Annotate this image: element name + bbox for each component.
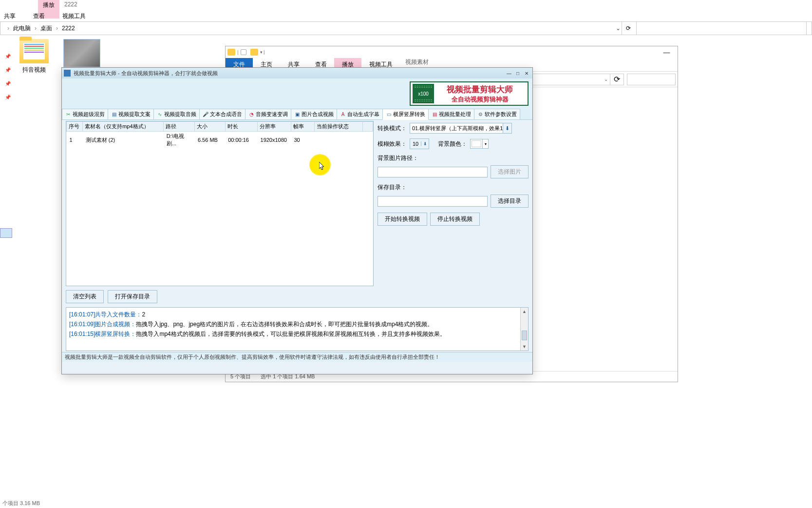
bgcolor-picker[interactable]: ▾ [470,139,489,149]
file-table[interactable]: 序号素材名（仅支持mp4格式）路径大小时长分辨率帧率当前操作状态 1测试素材 (… [66,121,374,286]
select-dir-button[interactable]: 选择目录 [491,195,529,208]
maximize-button[interactable]: □ [514,70,522,77]
bg-menu-share[interactable]: 共享 [0,11,19,21]
addressbar-dropdown-icon[interactable]: ⌄ [614,25,622,32]
tab-icon: ⚙ [477,112,483,117]
breadcrumb-pc[interactable]: 此电脑 [11,24,33,33]
open-save-dir-button[interactable]: 打开保存目录 [108,290,157,303]
folder-icon [227,49,235,56]
bg-menu-view[interactable]: 查看 [29,11,49,21]
se-search-input[interactable] [627,74,676,85]
app-banner-area: x100 视频批量剪辑大师 全自动视频剪辑神器 [62,78,532,109]
bg-status-text: 个项目 3.16 MB [2,500,40,507]
refresh-icon[interactable]: ⟳ [610,74,624,85]
tab-icon: ▤ [432,112,437,117]
log-area[interactable]: [16:01:07] 共导入文件数量：2[16:01:09] 图片合成视频：拖拽… [66,307,529,351]
bg-menu-videotools[interactable]: 视频工具 [58,11,90,21]
app-tab-9[interactable]: ⚙软件参数设置 [474,109,520,119]
tab-icon: ∿ [157,112,163,117]
table-row[interactable]: 1测试素材 (2)D:\电视剧...6.56 MB00:00:161920x10… [67,132,373,149]
bg-pins: 📌 📌 📌 📌 [5,54,10,99]
table-header[interactable]: 路径 [164,122,195,132]
app-tab-3[interactable]: 🎤文本合成语音 [199,109,245,119]
chevron-right-icon: › [5,25,11,32]
table-header[interactable]: 帧率 [291,122,314,132]
select-image-button[interactable]: 选择图片 [491,165,529,178]
scroll-down-icon[interactable]: ▼ [521,343,528,351]
mode-combobox[interactable]: 01.横屏转竖屏（上下高斯模糊，效果1） ⬇ [410,123,512,134]
banner-title: 视频批量剪辑大师 [434,84,526,95]
app-tab-0[interactable]: ✂视频超级混剪 [62,109,108,119]
tab-icon: ◔ [248,112,254,117]
table-header[interactable]: 分辨率 [258,122,291,132]
table-header[interactable]: 大小 [195,122,225,132]
chevron-right-icon: › [33,25,38,32]
app-titlebar[interactable]: 视频批量剪辑大师 - 全自动视频剪辑神器，会打字就会做视频 — □ ✕ [62,68,532,78]
table-header[interactable]: 素材名（仅支持mp4格式） [83,122,164,132]
breadcrumb-folder[interactable]: 2222 [60,25,77,32]
app-tab-2[interactable]: ∿视频提取音频 [153,109,200,119]
pin-icon[interactable]: 📌 [5,67,10,72]
app-banner: x100 视频批量剪辑大师 全自动视频剪辑神器 [410,81,529,106]
pin-icon[interactable]: 📌 [5,81,10,86]
banner-subtitle: 全自动视频剪辑神器 [434,95,526,104]
blur-spinner[interactable]: 10 ⬇ [410,138,429,149]
pin-icon[interactable]: 📌 [5,95,10,99]
spinner-arrows-icon[interactable]: ⬇ [421,141,429,146]
tab-icon: ▭ [386,112,392,117]
app-tab-5[interactable]: ▣图片合成视频 [291,109,337,119]
bgimg-path-input[interactable] [378,167,488,177]
minimize-button[interactable]: — [656,46,678,58]
se-titlebar: | ▾ | — [226,46,678,58]
app-tabstrip: ✂视频超级混剪▤视频提取文案∿视频提取音频🎤文本合成语音◔音频变速变调▣图片合成… [62,109,532,120]
table-cell: D:\电视剧... [164,132,195,149]
close-button[interactable]: ✕ [523,70,530,77]
scrollbar[interactable]: ▲ ▼ [520,308,528,351]
app-tab-8[interactable]: ▤视频批量处理 [428,109,474,119]
scroll-up-icon[interactable]: ▲ [521,308,528,315]
bg-search-input[interactable] [636,21,807,35]
breadcrumb-desktop[interactable]: 桌面 [38,24,54,33]
minimize-button[interactable]: — [505,70,513,77]
clear-list-button[interactable]: 清空列表 [66,290,104,303]
log-category: 横屏竖屏转换： [95,329,136,339]
app-right-panel: 转换模式： 01.横屏转竖屏（上下高斯模糊，效果1） ⬇ 模糊效果： 10 ⬇ … [378,121,529,305]
log-text: 拖拽导入jpg、png、jpeg格式的图片后，在右边选择转换效果和合成时长，即可… [136,319,433,329]
table-cell: 6.56 MB [195,132,225,149]
refresh-icon[interactable]: ⟳ [622,22,634,35]
app-tab-7[interactable]: ▭横屏竖屏转换 [382,109,429,120]
folder-item[interactable]: 抖音视频 [19,39,49,74]
tab-label: 视频提取音频 [164,111,196,118]
folder-icon [250,49,258,56]
table-header[interactable]: 序号 [67,122,83,132]
app-tab-1[interactable]: ▤视频提取文案 [108,109,154,119]
tab-icon: ▣ [294,112,300,117]
start-convert-button[interactable]: 开始转换视频 [378,213,427,226]
scroll-thumb[interactable] [522,331,527,340]
app-icon [64,70,71,77]
table-cell: 00:00:16 [225,132,257,149]
table-header[interactable]: 时长 [225,122,257,132]
cursor-icon [319,162,325,171]
stop-convert-button[interactable]: 停止转换视频 [430,213,480,226]
table-cell: 30 [291,132,314,149]
log-text: 2 [142,310,145,319]
log-time: [16:01:09] [69,319,95,329]
log-time: [16:01:07] [69,310,95,319]
table-header[interactable]: 当前操作状态 [314,122,363,132]
bg-addressbar[interactable]: › 此电脑 › 桌面 › 2222 ⌄ ⟳ [0,21,812,35]
savedir-input[interactable] [378,196,488,207]
log-category: 图片合成视频： [95,319,136,329]
bg-explorer-tabrow: 播放 2222 [0,0,812,19]
blur-label: 模糊效果： [378,140,407,148]
tab-label: 图片合成视频 [302,111,334,118]
chevron-down-icon: ▾ [482,139,488,148]
tab-label: 视频批量处理 [439,111,471,118]
app-title: 视频批量剪辑大师 - 全自动视频剪辑神器，会打字就会做视频 [74,70,218,77]
pin-icon[interactable]: 📌 [5,54,10,59]
app-tab-4[interactable]: ◔音频变速变调 [245,109,291,119]
app-tab-6[interactable]: A自动生成字幕 [337,109,383,119]
table-cell: 测试素材 (2) [83,132,164,149]
tab-label: 视频提取文案 [118,111,151,118]
tab-icon: 🎤 [203,112,208,117]
